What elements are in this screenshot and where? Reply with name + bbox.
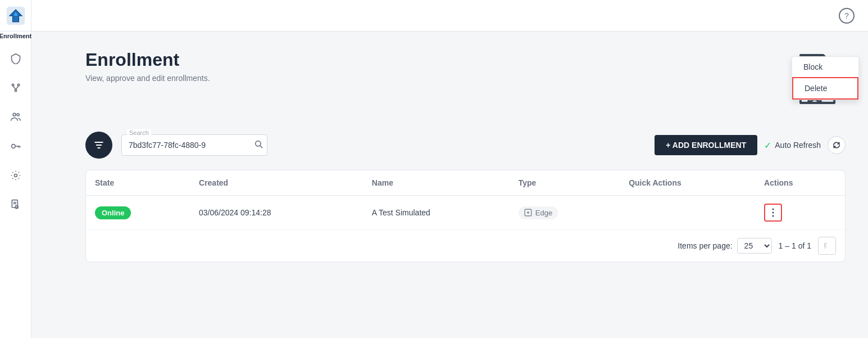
auto-refresh-wrapper: ✓ Auto Refresh [764,140,821,151]
refresh-button[interactable] [828,136,846,154]
app-name-label: Enrollment [0,31,31,44]
cell-type: Edge [510,196,620,230]
page-subtitle: View, approve and edit enrollments. [85,74,210,83]
items-per-page-wrapper: Items per page: 25 10 50 100 [678,238,771,254]
filter-button[interactable] [85,132,112,159]
page-header-text: Enrollment View, approve and edit enroll… [85,49,210,83]
svg-point-28 [772,215,774,217]
help-button[interactable]: ? [839,8,855,24]
col-created: Created [190,170,363,196]
page-info: 1 – 1 of 1 [779,241,811,250]
topbar: ? [31,0,868,31]
sidebar-item-key[interactable] [4,135,27,157]
svg-point-27 [772,212,774,214]
col-actions: Actions [755,170,845,196]
svg-point-12 [14,174,17,177]
type-badge: Edge [519,206,558,219]
delete-menu-item[interactable]: Delete [792,77,858,100]
col-name: Name [363,170,510,196]
svg-point-8 [11,145,15,148]
cell-quick-actions [620,196,755,230]
app-logo[interactable] [0,0,31,31]
svg-point-3 [15,89,16,91]
check-icon: ✓ [764,140,771,151]
main-content: Enrollment View, approve and edit enroll… [63,31,868,338]
page-header: Enrollment View, approve and edit enroll… [85,49,846,114]
svg-point-14 [15,206,18,209]
toolbar: Search + ADD ENROLLMENT ✓ Auto Refresh [85,132,846,159]
block-menu-item[interactable]: Block [792,57,858,77]
cell-actions[interactable] [755,196,845,230]
table-row: Online 03/06/2024 09:14:28 A Test Simula… [86,196,845,230]
col-quick-actions: Quick Actions [620,170,755,196]
svg-line-22 [260,146,262,148]
sidebar-item-certificate[interactable] [4,193,27,216]
toolbar-right: + ADD ENROLLMENT ✓ Auto Refresh [655,135,846,155]
search-label: Search [127,129,151,136]
svg-point-2 [17,84,19,85]
svg-line-5 [16,86,19,90]
first-page-button[interactable] [818,237,836,255]
actions-dropdown-menu: Block Delete [792,56,859,100]
svg-point-6 [13,113,16,116]
col-type: Type [510,170,620,196]
type-label: Edge [535,209,552,217]
sidebar-item-integrations[interactable] [4,164,27,187]
search-wrapper: Search [121,134,267,156]
table-header-row: State Created Name Type Quick Actions Ac… [86,170,845,196]
cell-created: 03/06/2024 09:14:28 [190,196,363,230]
pagination: Items per page: 25 10 50 100 1 – 1 of 1 [86,230,845,262]
auto-refresh-label: Auto Refresh [775,141,821,150]
state-badge: Online [95,206,131,219]
sidebar-item-branch[interactable] [4,76,27,99]
svg-point-26 [772,209,774,210]
add-enrollment-button[interactable]: + ADD ENROLLMENT [655,135,757,155]
search-button[interactable] [254,139,263,151]
cell-name: A Test Simulated [363,196,510,230]
cell-state: Online [86,196,190,230]
sidebar: Enrollment [0,0,31,338]
sidebar-item-users[interactable] [4,106,27,128]
actions-menu-button[interactable] [764,204,782,222]
page-title: Enrollment [85,49,210,70]
col-state: State [86,170,190,196]
search-input[interactable] [121,134,267,156]
items-per-page-select[interactable]: 25 10 50 100 [737,238,772,254]
svg-point-7 [17,114,19,116]
svg-line-4 [13,86,16,90]
sidebar-item-shield[interactable] [4,47,27,70]
table-container: State Created Name Type Quick Actions Ac… [85,170,846,262]
items-per-page-label: Items per page: [678,241,732,250]
enrollments-table: State Created Name Type Quick Actions Ac… [86,170,845,230]
svg-point-1 [12,84,13,85]
